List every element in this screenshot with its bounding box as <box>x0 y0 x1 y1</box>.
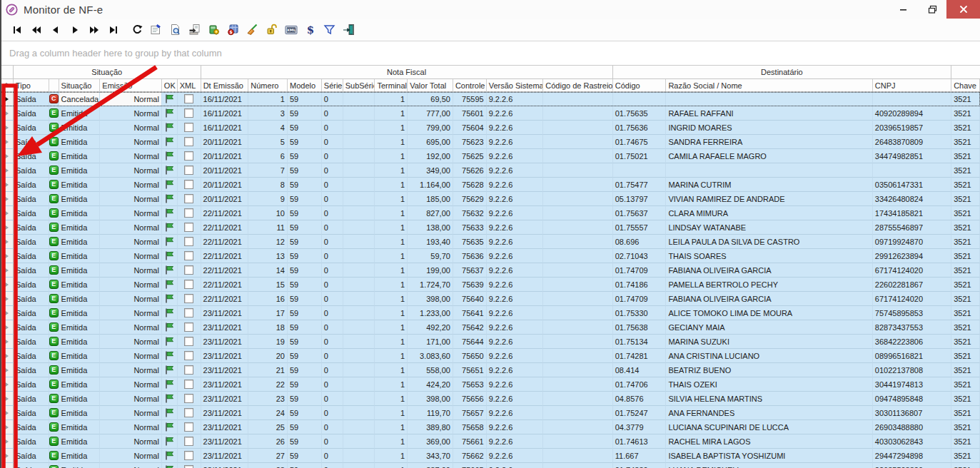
xml-checkbox[interactable] <box>184 123 193 132</box>
table-row[interactable]: SaídaEEmitidaNormal20/11/2021859011.164,… <box>0 178 980 192</box>
cell-controle[interactable]: 75595 <box>453 92 487 106</box>
cell-controle[interactable]: 75601 <box>453 106 487 121</box>
cell-valor_total[interactable]: 59,70 <box>408 249 453 263</box>
cell-cnpj[interactable]: 30441974813 <box>873 377 951 392</box>
cell-versao_sistema[interactable]: 9.2.2.6 <box>487 449 544 463</box>
cell-modelo[interactable]: 59 <box>288 235 322 249</box>
cell-controle[interactable]: 75642 <box>453 320 487 335</box>
cell-modelo[interactable]: 59 <box>288 206 322 220</box>
cell-codigo_rastreio[interactable] <box>543 463 613 468</box>
cell-ok[interactable] <box>162 463 178 468</box>
cell-controle[interactable]: 75651 <box>453 363 487 377</box>
cell-modelo[interactable]: 59 <box>288 121 322 135</box>
clean-button[interactable] <box>243 21 262 39</box>
cell-valor_total[interactable]: 192,00 <box>408 149 453 163</box>
cell-valor_total[interactable]: 199,00 <box>408 263 453 278</box>
cell-codigo[interactable]: 04.8576 <box>613 392 667 406</box>
cell-xml[interactable] <box>178 149 201 163</box>
table-row[interactable]: SaídaEEmitidaNormal23/11/2021185901492,2… <box>0 320 980 335</box>
cell-situacao[interactable]: Emitida <box>59 420 101 434</box>
cell-situacao[interactable]: Emitida <box>59 463 101 468</box>
cell-dt_emissao[interactable]: 16/11/2021 <box>201 92 249 106</box>
edit-properties-button[interactable] <box>146 21 166 39</box>
cell-status[interactable]: E <box>49 349 59 363</box>
table-row[interactable]: SaídaEEmitidaNormal22/11/2021145901199,0… <box>0 263 980 278</box>
cell-modelo[interactable]: 59 <box>288 349 322 363</box>
cell-tipo[interactable]: Saída <box>14 363 49 377</box>
cell-modelo[interactable]: 59 <box>288 178 322 192</box>
cell-versao_sistema[interactable]: 9.2.2.6 <box>487 278 544 292</box>
cell-cnpj[interactable] <box>873 163 951 178</box>
cell-subserie[interactable] <box>343 377 375 392</box>
cell-numero[interactable]: 5 <box>248 135 288 149</box>
cell-serie[interactable]: 0 <box>322 192 343 206</box>
unlock-button[interactable] <box>262 21 281 39</box>
table-row[interactable]: SaídaEEmitidaNormal20/11/202165901192,00… <box>0 149 980 163</box>
cell-terminal[interactable]: 1 <box>375 306 408 320</box>
cell-controle[interactable]: 75653 <box>453 377 487 392</box>
filter-button[interactable] <box>320 21 339 39</box>
cell-situacao[interactable]: Emitida <box>59 377 101 392</box>
cell-situacao[interactable]: Emitida <box>59 292 101 306</box>
cell-codigo[interactable]: 08.696 <box>613 235 667 249</box>
cell-modelo[interactable]: 59 <box>288 449 322 463</box>
cell-codigo[interactable]: 01.75134 <box>613 335 667 349</box>
xml-checkbox[interactable] <box>184 166 193 175</box>
cell-ok[interactable] <box>162 263 178 278</box>
cell-modelo[interactable]: 59 <box>288 249 322 263</box>
cell-subserie[interactable] <box>343 278 375 292</box>
cell-numero[interactable]: 11 <box>248 220 288 235</box>
cell-versao_sistema[interactable]: 9.2.2.6 <box>487 434 544 449</box>
xml-checkbox[interactable] <box>184 223 193 232</box>
cell-status[interactable]: E <box>49 335 59 349</box>
cell-tipo[interactable]: Saída <box>14 249 49 263</box>
cell-tipo[interactable]: Saída <box>14 278 49 292</box>
cell-xml[interactable] <box>178 220 201 235</box>
cell-codigo_rastreio[interactable] <box>543 235 613 249</box>
cell-cnpj[interactable]: 01022137808 <box>873 363 951 377</box>
row-indicator[interactable] <box>0 249 14 263</box>
cell-controle[interactable]: 75656 <box>453 392 487 406</box>
restore-button[interactable] <box>918 0 946 19</box>
cell-subserie[interactable] <box>343 106 375 121</box>
cell-codigo_rastreio[interactable] <box>543 178 613 192</box>
cell-versao_sistema[interactable]: 9.2.2.6 <box>487 106 544 121</box>
cell-numero[interactable]: 24 <box>248 406 288 420</box>
cell-terminal[interactable]: 1 <box>375 278 408 292</box>
cell-subserie[interactable] <box>343 406 375 420</box>
xml-checkbox[interactable] <box>184 237 193 246</box>
table-row[interactable]: SaídaEEmitidaNormal23/11/20212059013.083… <box>0 349 980 363</box>
cell-serie[interactable]: 0 <box>322 434 343 449</box>
cell-cnpj[interactable]: 30301136807 <box>873 406 951 420</box>
cell-status[interactable]: E <box>49 263 59 278</box>
cell-codigo_rastreio[interactable] <box>543 406 613 420</box>
cell-codigo_rastreio[interactable] <box>543 306 613 320</box>
cell-tipo[interactable]: Saída <box>14 292 49 306</box>
cell-tipo[interactable]: Saída <box>14 149 49 163</box>
cell-valor_total[interactable]: 3.083,60 <box>408 349 453 363</box>
xml-checkbox[interactable] <box>184 437 193 446</box>
cell-codigo[interactable]: 01.74186 <box>613 278 667 292</box>
cell-codigo_rastreio[interactable] <box>543 220 613 235</box>
cell-cnpj[interactable]: 09474895848 <box>873 392 951 406</box>
cell-emissao[interactable]: Normal <box>100 106 162 121</box>
cell-razao_social[interactable]: FABIANA OLIVEIRA GARCIA <box>666 263 872 278</box>
cell-chave[interactable]: 3521 <box>951 106 980 121</box>
cell-emissao[interactable]: Normal <box>100 406 162 420</box>
cell-valor_total[interactable]: 349,00 <box>408 163 453 178</box>
cell-valor_total[interactable]: 827,00 <box>408 206 453 220</box>
cell-numero[interactable]: 14 <box>248 263 288 278</box>
cell-codigo_rastreio[interactable] <box>543 449 613 463</box>
cell-situacao[interactable]: Emitida <box>59 163 101 178</box>
cell-terminal[interactable]: 1 <box>375 192 408 206</box>
cell-ok[interactable] <box>162 249 178 263</box>
cell-chave[interactable]: 3521 <box>951 349 980 363</box>
cell-terminal[interactable]: 1 <box>375 249 408 263</box>
cell-tipo[interactable]: Saída <box>14 135 49 149</box>
cell-status[interactable]: E <box>49 178 59 192</box>
cell-modelo[interactable]: 59 <box>288 163 322 178</box>
cell-status[interactable]: E <box>49 392 59 406</box>
cell-codigo_rastreio[interactable] <box>543 434 613 449</box>
xml-button[interactable]: XML <box>281 21 300 39</box>
cell-situacao[interactable]: Emitida <box>59 135 101 149</box>
